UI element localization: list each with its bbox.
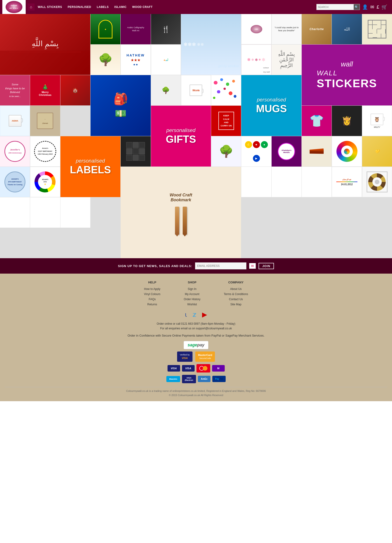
footer-wishlist[interactable]: Wishlist: [184, 303, 200, 306]
payment-methods-row-1: VISA VISA M: [168, 364, 225, 373]
nav-item-personalised[interactable]: Personalised: [65, 4, 94, 10]
tile-mug-nicola[interactable]: Nicola: [181, 75, 211, 105]
footer-order-history[interactable]: Order History: [184, 298, 200, 301]
tile-mug-miley-owl[interactable]: 🦉 MILEY: [362, 106, 392, 136]
footer-copyright: © 2015 Colourmywall.co.uk All Rights Res…: [5, 394, 387, 396]
tile-cushion-zainab[interactable]: ㆍ Zainab: [30, 106, 60, 136]
tile-khalidiya-labels[interactable]: Khalidiya'sMehdis: [272, 136, 301, 167]
payment-electron: VISAElectron: [182, 375, 196, 383]
tile-adams-birthday-circle-2[interactable]: ADAM'S8TH⭐: [30, 167, 60, 197]
footer-contact-us[interactable]: Contact Us: [224, 298, 248, 301]
tile-quote-text[interactable]: "I could stay awake just to hear you bre…: [272, 14, 301, 44]
nav-home-button[interactable]: ⌂: [28, 4, 34, 11]
tile-adams-birthday-circle-1[interactable]: ADAM'S8TH BIRTHDAYThanks for Coming: [0, 167, 30, 197]
tile-kitchen-black[interactable]: 🍴: [151, 14, 181, 44]
nav-item-wall-stickers[interactable]: Wall Stickers: [35, 4, 64, 10]
footer-vinyl-colours[interactable]: Vinyl Colours: [144, 293, 160, 296]
nav-item-labels[interactable]: Labels: [95, 4, 111, 10]
tile-card-sticker-stack[interactable]: [302, 136, 332, 167]
tile-row6-extra-2: [30, 197, 60, 228]
footer-phone: Order online or call 0121 663 0097 (9am-…: [5, 322, 387, 325]
footer-help-heading: HELP: [144, 281, 160, 284]
tile-snowflakes-window[interactable]: ❄❄❄ ❄❄ girl by window: [181, 14, 241, 75]
footer-bottom: Colourmywall.co.uk is a trading name of …: [5, 387, 387, 396]
footer-help-col: HELP How to Apply Vinyl Colours FAQs Ret…: [144, 281, 160, 306]
footer-how-to-apply[interactable]: How to Apply: [144, 287, 160, 291]
tile-jennifer-label-circle[interactable]: Jennifer's15th Anniversary: [0, 136, 30, 167]
footer-terms[interactable]: Terms & Conditions: [224, 293, 248, 296]
tile-keep-calm-mug[interactable]: KEEPCALMANDCARRY ON: [211, 106, 241, 136]
tile-some-things[interactable]: Somethings have to beBelievedto be seen.…: [0, 75, 30, 105]
tile-mug-dotted[interactable]: [211, 75, 241, 105]
nav-item-wood-craft[interactable]: Wood Craft: [130, 4, 155, 10]
tile-maze-art[interactable]: [362, 14, 392, 44]
video-icon[interactable]: ▶: [202, 311, 207, 318]
footer-site-map[interactable]: Site Map: [224, 303, 248, 306]
tile-frame-collage[interactable]: [121, 136, 150, 167]
sagepay-logo: sagepay: [184, 341, 208, 349]
footer-my-account[interactable]: My Account: [184, 293, 200, 296]
tile-pink-flowers[interactable]: ❄ ❄ ❄ ❄ ❄ colourmy wall: [241, 45, 271, 75]
tile-quote-arabic[interactable]: Arabic CalligraphyWall Art: [121, 14, 150, 44]
account-icon[interactable]: 👤: [362, 4, 368, 10]
cart-icon[interactable]: 🛒: [381, 4, 387, 10]
nav-item-islamic[interactable]: Islamic: [112, 4, 129, 10]
tile-colour-my-wall-brand[interactable]: CMW: [241, 14, 271, 44]
tile-sticker-detail[interactable]: 🌳: [151, 75, 181, 105]
tile-tree-orange[interactable]: 🌳: [91, 45, 120, 75]
tile-mug-aisha[interactable]: AISHA: [0, 106, 30, 136]
newsletter-bar: SIGN UP TO GET NEWS, SALES AND DEALS: ✉ …: [0, 258, 392, 274]
search-button[interactable]: 🔍: [354, 4, 360, 10]
tile-gold-necklace[interactable]: 💛: [362, 136, 392, 167]
payment-visa-2: VISA: [182, 365, 195, 372]
tile-charlotte-name[interactable]: Charlotte: [302, 14, 332, 44]
tile-merry-christmas[interactable]: 🎄 MerryChristmas: [30, 75, 60, 105]
tile-arabic-script-colorful[interactable]: لمة: [151, 45, 181, 75]
tile-tree-watercolour[interactable]: 🌳: [211, 136, 241, 167]
tile-red-interior[interactable]: 🏠: [60, 75, 90, 105]
tile-personalised-mugs-featured[interactable]: personalised MUGS: [241, 75, 301, 136]
tile-bags-backpacks[interactable]: 🎒 💵: [91, 75, 151, 136]
tile-eid-card-1[interactable]: عيد الرحمان 24.01.2012: [332, 167, 362, 197]
tile-tshirt-pink[interactable]: 👕: [302, 106, 332, 136]
search-input[interactable]: [316, 4, 354, 10]
newsletter-email-input[interactable]: [195, 262, 246, 269]
header: colourMY WALL ⌂ Wall Stickers Personalis…: [0, 0, 392, 14]
newsletter-join-button[interactable]: JOIN: [259, 263, 274, 269]
currency-icon: £: [377, 5, 379, 10]
tile-personalised-labels-featured[interactable]: personalised LABELS: [60, 136, 121, 197]
footer-returns[interactable]: Returns: [144, 303, 160, 306]
payment-visa-1: VISA: [168, 365, 180, 372]
twitter-icon[interactable]: 𝕫: [193, 311, 196, 318]
tile-wooden-bookmark[interactable]: Wood CraftBookmark ♥: [121, 167, 241, 258]
tile-mandala[interactable]: [332, 136, 362, 167]
product-mosaic: بِسْمِ اللَّهِ ◆ Arabic CalligraphyWall …: [0, 14, 392, 258]
footer-sign-in[interactable]: Sign In: [184, 287, 200, 291]
tile-arabic-pattern[interactable]: الله: [332, 14, 362, 44]
verified-row: Verified by VISA MasterCard SecureCode: [177, 351, 215, 362]
newsletter-email-icon: ✉: [249, 263, 256, 269]
footer-faqs[interactable]: FAQs: [144, 298, 160, 301]
footer-email: For all enquiries email us on support@co…: [5, 327, 387, 330]
tile-arabic-bismillah[interactable]: بِسْمِ اللَّهِ: [0, 14, 90, 75]
payment-purple-card: M: [212, 365, 225, 372]
tile-empty-1: [241, 167, 271, 197]
tile-sticker-circles[interactable]: ⭐ ★ ● ▶: [241, 136, 271, 167]
tile-mandala-framed[interactable]: [362, 167, 392, 197]
tile-row6-extra-3: [60, 197, 90, 228]
email-icon[interactable]: ✉: [370, 4, 374, 10]
footer-about-us[interactable]: About Us: [224, 287, 248, 291]
tile-wall-stickers-featured[interactable]: wall wallSTICKERS: [302, 45, 392, 105]
footer-shop-col: SHOP Sign In My Account Order History Wi…: [184, 281, 200, 306]
tile-hathew-stars[interactable]: HATHEW ★★★ ★★: [121, 45, 150, 75]
facebook-icon[interactable]: ⍳: [185, 311, 187, 318]
payment-maestro: Maestro: [166, 376, 180, 382]
tile-anna-21st[interactable]: Anna's21ST BIRTHDAY13th February 2015: [30, 136, 60, 167]
footer-company-heading: COMPANY: [224, 281, 248, 284]
tile-islamic-arch[interactable]: ◆: [91, 14, 120, 44]
logo-area[interactable]: colourMY WALL: [2, 0, 26, 14]
tile-bags-stickers[interactable]: 👸: [332, 106, 362, 136]
tile-arabic-sofa[interactable]: بِسْمِ اللَّهِ الرَّحْمَٰنِ الرَّحِيمِ: [272, 45, 301, 75]
footer-social: ⍳ 𝕫 ▶: [5, 311, 387, 318]
tile-personalised-gifts-featured[interactable]: personalised GIFTS: [151, 106, 211, 167]
